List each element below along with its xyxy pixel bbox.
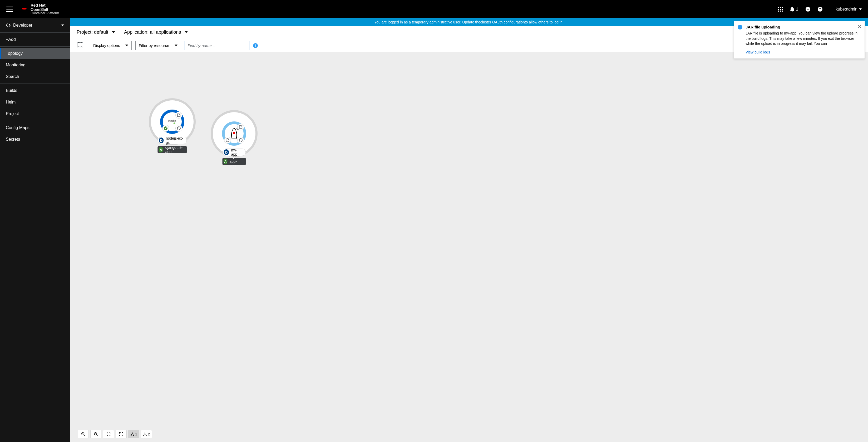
build-status-decorator[interactable]	[224, 137, 231, 144]
caret-down-icon	[859, 8, 862, 10]
svg-line-26	[96, 435, 98, 436]
svg-text:node: node	[168, 119, 176, 123]
toast-close-button[interactable]: ✕	[858, 24, 861, 30]
deployment-badge: D	[224, 149, 229, 155]
nav-builds[interactable]: Builds	[0, 85, 70, 96]
info-icon: i	[738, 25, 742, 30]
display-options-label: Display options	[93, 43, 120, 48]
svg-line-36	[144, 433, 145, 435]
notifications-button[interactable]: 1	[790, 7, 798, 11]
fit-to-screen-button[interactable]	[103, 430, 114, 438]
application-selector[interactable]: Application: all applications	[124, 30, 188, 35]
source-decorator[interactable]	[237, 137, 244, 144]
add-button[interactable]	[806, 7, 810, 11]
zoom-out-button[interactable]	[90, 430, 101, 438]
masthead-tools: 1 ? kube:admin	[778, 7, 862, 11]
svg-line-22	[84, 435, 85, 436]
svg-rect-12	[807, 9, 809, 9]
nav-add[interactable]: +Add	[0, 34, 70, 45]
filter-resource-label: Filter by resource	[139, 43, 169, 48]
nav-project[interactable]: Project	[0, 108, 70, 120]
app-launcher-button[interactable]	[778, 7, 783, 11]
group-b-app-pill[interactable]: A my-app-app	[222, 158, 246, 165]
topology-controls: 1 2	[78, 430, 152, 438]
svg-line-37	[145, 433, 146, 435]
svg-rect-2	[780, 7, 781, 8]
zoom-in-button[interactable]	[78, 430, 89, 438]
sync-icon	[226, 138, 229, 142]
caret-down-icon	[125, 43, 128, 48]
reset-view-button[interactable]	[116, 430, 127, 438]
svg-point-28	[132, 432, 133, 433]
find-by-name-input[interactable]	[185, 41, 249, 50]
application-group-a[interactable]: node D nodejs-ex-git A django...it-app	[149, 98, 196, 145]
hamburger-menu-button[interactable]	[6, 7, 13, 12]
deployment-badge: D	[159, 138, 163, 143]
help-button[interactable]: ?	[818, 7, 823, 11]
svg-text:?: ?	[819, 7, 821, 11]
info-icon[interactable]: i	[253, 43, 258, 48]
svg-point-33	[145, 432, 146, 433]
node-a[interactable]: node	[160, 110, 184, 134]
svg-point-30	[133, 435, 134, 436]
sidebar: Developer +Add Topology Monitoring Searc…	[0, 18, 70, 442]
github-icon	[239, 138, 243, 142]
filter-resource-dropdown[interactable]: Filter by resource	[135, 41, 181, 50]
nav-topology[interactable]: Topology	[0, 48, 70, 59]
svg-text:+: +	[82, 46, 84, 48]
nav-monitoring[interactable]: Monitoring	[0, 59, 70, 71]
svg-rect-1	[778, 7, 779, 8]
node-b-name-pill[interactable]: D my-app	[222, 149, 246, 156]
catalog-shortcut-button[interactable]: +	[76, 42, 84, 49]
masthead: Red Hat OpenShift Container Platform 1 ?…	[0, 0, 868, 18]
caret-down-icon	[112, 30, 115, 35]
toast-title: JAR file uploading	[746, 25, 860, 29]
application-label: Application: all applications	[124, 30, 181, 35]
nav-search[interactable]: Search	[0, 71, 70, 83]
source-decorator[interactable]	[176, 125, 182, 132]
brand-line3: Container Platform	[31, 11, 59, 15]
project-selector[interactable]: Project: default	[76, 30, 115, 35]
group-a-app-pill[interactable]: A django...it-app	[157, 146, 187, 153]
sidebar-nav: +Add Topology Monitoring Search Builds H…	[0, 33, 70, 145]
bell-icon	[790, 7, 794, 11]
notif-count: 1	[796, 7, 798, 11]
caret-down-icon	[61, 23, 64, 28]
layout-1-button[interactable]: 1	[128, 430, 139, 438]
open-book-icon: +	[76, 42, 84, 48]
node-a-name: nodejs-ex-git	[164, 136, 187, 145]
nav-secrets[interactable]: Secrets	[0, 134, 70, 145]
toast-body: JAR file is uploading to my-app. You can…	[746, 31, 860, 47]
svg-rect-5	[780, 9, 781, 10]
svg-rect-6	[782, 9, 783, 10]
banner-link[interactable]: cluster OAuth configuration	[480, 20, 525, 24]
layout-2-button[interactable]: 2	[141, 430, 152, 438]
svg-line-32	[132, 433, 133, 435]
caret-down-icon	[175, 43, 178, 48]
external-link-icon	[177, 113, 181, 117]
svg-rect-4	[778, 9, 779, 10]
question-circle-icon: ?	[818, 7, 823, 11]
open-url-decorator[interactable]	[237, 123, 244, 130]
perspective-switcher[interactable]: Developer	[0, 18, 70, 33]
build-status-decorator[interactable]	[162, 125, 169, 132]
application-badge: A	[224, 158, 227, 165]
grid-icon	[778, 7, 783, 11]
open-url-decorator[interactable]	[176, 112, 182, 119]
node-a-name-pill[interactable]: D nodejs-ex-git	[157, 137, 187, 144]
layout-1-label: 1	[135, 432, 137, 436]
application-group-b[interactable]: D my-app A my-app-app	[211, 110, 257, 157]
username: kube:admin	[836, 7, 858, 11]
nav-helm[interactable]: Helm	[0, 96, 70, 108]
node-b[interactable]	[222, 121, 246, 146]
topology-layout-icon	[143, 432, 147, 436]
topology-canvas[interactable]: node D nodejs-ex-git A django...it-app	[70, 52, 868, 442]
nav-configmaps[interactable]: Config Maps	[0, 122, 70, 134]
svg-point-20	[233, 132, 235, 134]
user-menu[interactable]: kube:admin	[836, 7, 862, 11]
toast-link[interactable]: View build logs	[746, 50, 770, 54]
display-options-dropdown[interactable]: Display options	[90, 41, 132, 50]
upload-toast: i ✕ JAR file uploading JAR file is uploa…	[734, 21, 865, 59]
svg-rect-3	[782, 7, 783, 8]
caret-down-icon	[185, 30, 188, 35]
